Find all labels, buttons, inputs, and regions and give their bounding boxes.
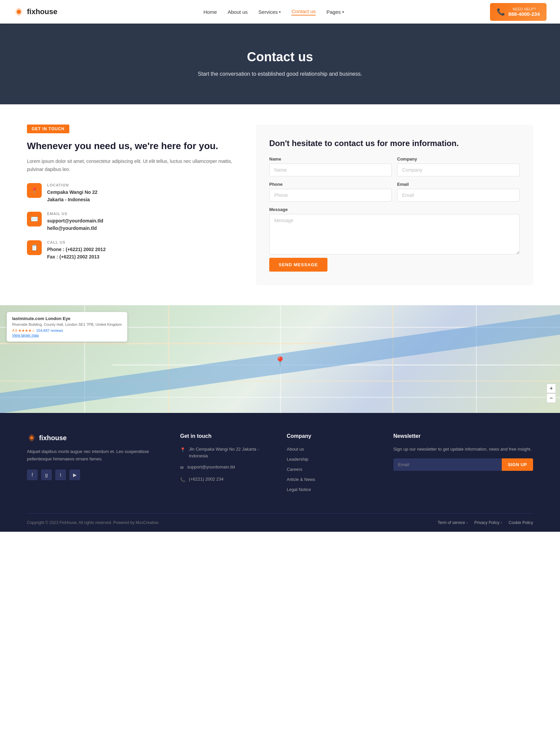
nav-contact[interactable]: Contact us: [291, 8, 316, 15]
map-reviews: 154,687 reviews: [36, 328, 63, 332]
footer-company-links: About us Leadership Careers Article & Ne…: [287, 446, 380, 492]
phone-label: Phone: [269, 182, 392, 187]
need-help-button[interactable]: 📞 NEED HELP? 888-4000-234: [490, 3, 547, 21]
link-legal[interactable]: Legal Notice: [287, 486, 380, 492]
contact-form-wrap: Don't hesitate to contact us for more in…: [256, 125, 533, 285]
footer-address: Jln Cempaka Wangi No 22 Jakarta - Indone…: [189, 446, 273, 459]
contact-description: Lorem ipsum dolor sit amet, consectetur …: [27, 158, 236, 174]
hero-section: Contact us Start the conversation to est…: [0, 24, 560, 104]
link-careers[interactable]: Careers: [287, 466, 380, 472]
footer-bottom-links: Term of service › Privacy Policy › Cooki…: [438, 520, 533, 525]
footer-email: support@yourdomain.tld: [187, 464, 235, 470]
newsletter-signup-button[interactable]: SIGN UP: [502, 458, 533, 471]
navbar: fixhouse Home About us Services ▾ Contac…: [0, 0, 560, 24]
chevron-right-icon-2: ›: [501, 521, 502, 525]
newsletter-email-input[interactable]: [393, 458, 502, 471]
phone-item: 📋 CALL US Phone : (+6221) 2002 2012 Fax …: [27, 240, 236, 261]
email-line2: hello@yourdomain.tld: [47, 224, 103, 232]
nav-pages[interactable]: Pages ▾: [326, 9, 344, 15]
form-row-1: Name Company: [269, 156, 520, 176]
zoom-out-button[interactable]: −: [547, 393, 556, 403]
company-input[interactable]: [397, 164, 520, 176]
footer-phone-icon: 📞: [180, 477, 185, 483]
message-label: Message: [269, 207, 520, 212]
location-item: 📍 LOCATION Cempaka Wangi No 22 Jakarta -…: [27, 183, 236, 204]
copyright-text: Copyright © 2023 FixHouse, All rights re…: [27, 520, 160, 525]
map-section: 📍 lastminute.com London Eye Riverside Bu…: [0, 305, 560, 413]
nav-links: Home About us Services ▾ Contact us Page…: [204, 8, 344, 15]
hero-title: Contact us: [247, 50, 313, 64]
cookie-policy-link[interactable]: Cookie Policy: [509, 520, 533, 525]
footer-email-item: ✉ support@yourdomain.tld: [180, 464, 273, 471]
footer-company-heading: Company: [287, 433, 380, 439]
email-line1: support@yourdomain.tld: [47, 217, 103, 224]
email-label: EMAIL US: [47, 212, 103, 216]
company-group: Company: [397, 156, 520, 176]
footer-email-icon: ✉: [180, 464, 184, 471]
term-of-service-link[interactable]: Term of service ›: [438, 520, 468, 525]
email-item: ✉️ EMAIL US support@yourdomain.tld hello…: [27, 212, 236, 232]
twitter-link[interactable]: t: [55, 469, 66, 480]
form-heading: Don't hesitate to contact us for more in…: [269, 138, 520, 148]
send-message-button[interactable]: SEND MESSAGE: [269, 258, 327, 272]
cta-prefix: NEED HELP?: [509, 7, 540, 11]
email-input[interactable]: [397, 189, 520, 202]
brand-name: fixhouse: [27, 7, 57, 16]
phone-icon: 📞: [497, 8, 505, 16]
contact-section: GET IN TOUCH Whenever you need us, we're…: [0, 104, 560, 305]
view-larger-map-link[interactable]: View larger map: [12, 333, 39, 337]
footer-contact-heading: Get in touch: [180, 433, 273, 439]
phone-line1: Phone : (+6221) 2002 2012: [47, 246, 106, 253]
map-info-box: lastminute.com London Eye Riverside Buil…: [7, 312, 127, 342]
newsletter-heading: Newsletter: [393, 433, 533, 439]
footer: fixhouse Aliquet dapibus morbi augue nec…: [0, 413, 560, 532]
location-line1: Cempaka Wangi No 22: [47, 188, 98, 196]
nav-home[interactable]: Home: [204, 9, 217, 15]
company-label: Company: [397, 156, 520, 162]
footer-company: Company About us Leadership Careers Arti…: [287, 433, 380, 496]
nav-about[interactable]: About us: [228, 9, 248, 15]
svg-point-1: [17, 10, 21, 13]
contact-info: GET IN TOUCH Whenever you need us, we're…: [27, 125, 236, 269]
phone-line2: Fax : (+6221) 2002 2013: [47, 253, 106, 260]
footer-brand-desc: Aliquet dapibus morbi augue nec interdum…: [27, 448, 167, 463]
facebook-link[interactable]: f: [27, 469, 38, 480]
link-article[interactable]: Article & News: [287, 476, 380, 482]
location-icon: 📍: [27, 183, 42, 198]
call-icon: 📋: [27, 240, 42, 255]
footer-contact: Get in touch 📍 Jln Cempaka Wangi No 22 J…: [180, 433, 273, 496]
newsletter-form: SIGN UP: [393, 458, 533, 471]
name-group: Name: [269, 156, 392, 176]
map-controls: + −: [547, 384, 556, 403]
email-icon: ✉️: [27, 212, 42, 226]
location-label: LOCATION: [47, 183, 98, 187]
hero-subtitle: Start the conversation to established go…: [198, 70, 362, 78]
map-address: Riverside Building, County Hall, London …: [12, 322, 122, 326]
name-input[interactable]: [269, 164, 392, 176]
map-marker: 📍: [274, 356, 286, 367]
map-rating: 4.5 ★★★★☆ 154,687 reviews: [12, 328, 122, 333]
privacy-policy-link[interactable]: Privacy Policy ›: [474, 520, 502, 525]
footer-gear-icon: [27, 433, 36, 443]
nav-services[interactable]: Services ▾: [258, 9, 281, 15]
link-leadership[interactable]: Leadership: [287, 456, 380, 462]
brand-logo[interactable]: fixhouse: [13, 6, 57, 17]
form-row-2: Phone Email: [269, 182, 520, 202]
get-in-touch-tag: GET IN TOUCH: [27, 125, 69, 133]
message-group: Message: [269, 207, 520, 254]
location-line2: Jakarta - Indonesia: [47, 196, 98, 203]
message-input[interactable]: [269, 214, 520, 254]
cta-phone: 888-4000-234: [509, 11, 540, 17]
contact-heading: Whenever you need us, we're here for you…: [27, 140, 236, 152]
footer-brand: fixhouse Aliquet dapibus morbi augue nec…: [27, 433, 167, 496]
pages-chevron: ▾: [342, 10, 344, 14]
footer-address-item: 📍 Jln Cempaka Wangi No 22 Jakarta - Indo…: [180, 446, 273, 459]
email-label: Email: [397, 182, 520, 187]
phone-input[interactable]: [269, 189, 392, 202]
map-place: lastminute.com London Eye: [12, 316, 122, 321]
youtube-link[interactable]: ▶: [69, 469, 80, 480]
zoom-in-button[interactable]: +: [547, 384, 556, 393]
google-link[interactable]: g: [41, 469, 52, 480]
footer-phone: (+6221) 2002 234: [189, 476, 223, 483]
link-about[interactable]: About us: [287, 446, 380, 452]
